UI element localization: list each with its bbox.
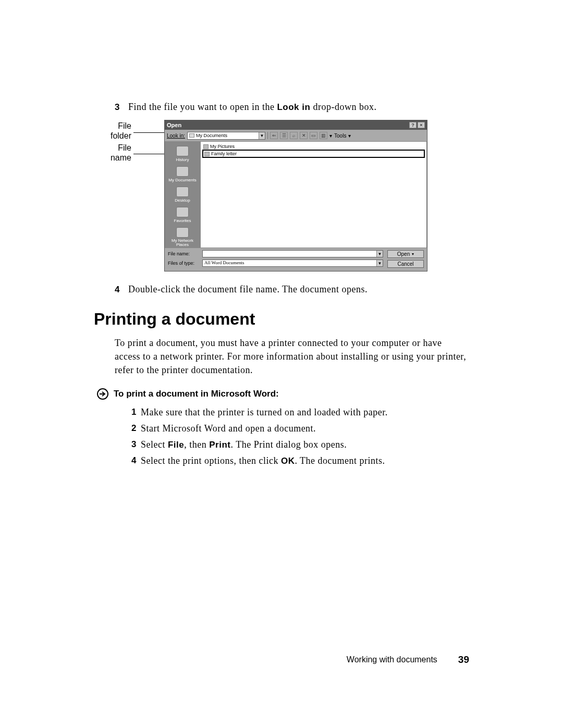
step-text-post: drop-down box. [310, 102, 376, 112]
open-dialog-screenshot: Filefolder Filename Open ? × Look in: My… [94, 120, 469, 268]
place-desktop[interactable]: Desktop [165, 185, 200, 205]
history-icon [176, 146, 189, 156]
filename-input[interactable]: ▼ [202, 250, 383, 257]
favorites-icon [176, 207, 189, 217]
place-favorites[interactable]: Favorites [165, 205, 200, 226]
place-my-documents[interactable]: My Documents [165, 165, 200, 185]
print-step-2: 2 Start Microsoft Word and open a docume… [131, 423, 469, 434]
procedure-heading-row: To print a document in Microsoft Word: [97, 388, 469, 400]
section-heading: Printing a document [94, 310, 469, 329]
filetype-label: Files of type: [168, 261, 199, 266]
lookin-value: My Documents [196, 133, 227, 138]
chevron-down-icon: ▼ [259, 132, 265, 139]
new-folder-button[interactable]: ▭ [310, 132, 317, 139]
place-my-network[interactable]: My Network Places [165, 226, 200, 250]
step-number: 3 [115, 102, 128, 113]
cancel-button[interactable]: Cancel [387, 260, 424, 268]
list-item[interactable]: My Pictures [202, 143, 425, 150]
open-dialog: Open ? × Look in: My Documents ▼ ⇐ ☰ ⌕ ✕… [164, 120, 427, 272]
step-4: 4Double-click the document file name. Th… [115, 284, 469, 295]
list-item[interactable]: Family letter [202, 150, 425, 158]
desktop-icon [176, 187, 189, 197]
dialog-title: Open [167, 122, 181, 128]
folder-icon [203, 144, 209, 149]
back-button[interactable]: ⇐ [270, 132, 278, 139]
document-icon [204, 152, 210, 156]
folder-icon [176, 166, 189, 177]
up-button[interactable]: ☰ [280, 132, 288, 139]
network-icon [176, 227, 189, 238]
page-footer: Working with documents 39 [347, 654, 469, 665]
step-text-pre: Find the file you want to open in the [128, 102, 277, 112]
callout-file-name: Filename [104, 143, 131, 163]
print-steps: 1 Make sure that the printer is turned o… [131, 407, 469, 466]
dialog-toolbar: Look in: My Documents ▼ ⇐ ☰ ⌕ ✕ ▭ ▥ ▾ To… [165, 130, 427, 141]
arrow-right-icon [97, 388, 108, 400]
procedure-heading: To print a document in Microsoft Word: [114, 389, 279, 399]
callout-file-folder: Filefolder [104, 121, 131, 141]
places-bar: History My Documents Desktop Favorites [165, 141, 200, 248]
filename-label: File name: [168, 251, 199, 256]
lookin-dropdown[interactable]: My Documents ▼ [187, 132, 265, 140]
lookin-label: Look in: [167, 133, 185, 139]
open-button[interactable]: Open▾ [387, 250, 424, 258]
print-step-1: 1 Make sure that the printer is turned o… [131, 407, 469, 418]
print-step-3: 3 Select File, then Print. The Print dia… [131, 439, 469, 450]
print-step-4: 4 Select the print options, then click O… [131, 455, 469, 466]
filetype-dropdown[interactable]: All Word Documents ▼ [202, 260, 383, 267]
dialog-titlebar: Open ? × [165, 120, 427, 130]
footer-chapter: Working with documents [347, 655, 437, 664]
chevron-down-icon: ▼ [376, 251, 383, 257]
help-button[interactable]: ? [409, 122, 417, 128]
step-number: 4 [115, 285, 128, 295]
chevron-down-icon: ▼ [376, 260, 383, 266]
footer-page-number: 39 [458, 654, 469, 665]
place-history[interactable]: History [165, 144, 200, 165]
close-button[interactable]: × [418, 122, 425, 128]
delete-button[interactable]: ✕ [300, 132, 308, 139]
file-list[interactable]: My Pictures Family letter [200, 141, 427, 248]
folder-icon [189, 133, 194, 138]
dialog-bottom: File name: ▼ Files of type: All Word Doc… [165, 248, 427, 271]
section-paragraph: To print a document, you must have a pri… [115, 336, 469, 377]
step-text-bold: Look in [277, 102, 310, 112]
step-text: Double-click the document file name. The… [128, 284, 368, 294]
step-3: 3Find the file you want to open in the L… [115, 102, 469, 113]
search-button[interactable]: ⌕ [290, 132, 298, 139]
tools-menu[interactable]: Tools [334, 133, 346, 139]
views-button[interactable]: ▥ [320, 132, 327, 139]
